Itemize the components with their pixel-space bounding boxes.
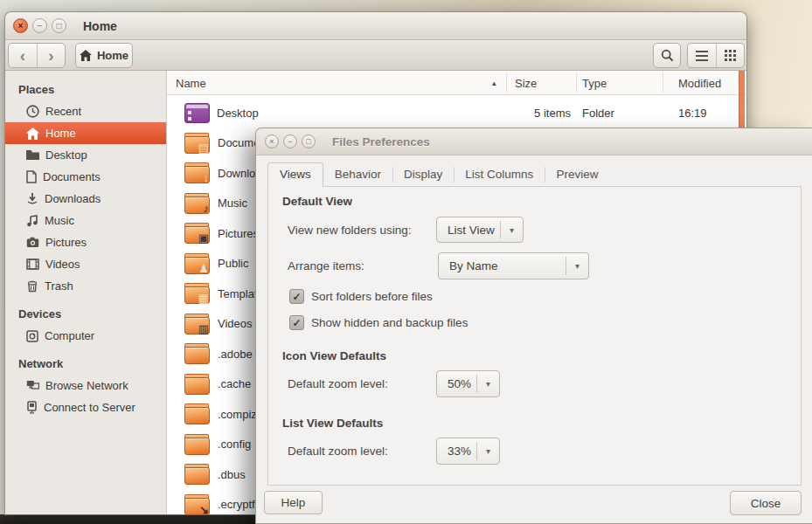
sort-folders-checkbox-row[interactable]: ✓ Sort folders before files bbox=[289, 289, 433, 304]
sidebar-item-label: Home bbox=[45, 127, 76, 140]
sidebar-item-computer[interactable]: Computer bbox=[5, 325, 166, 347]
sidebar-item-recent[interactable]: Recent bbox=[5, 100, 166, 122]
sidebar-section-network: Network bbox=[5, 352, 166, 375]
sidebar-item-trash[interactable]: Trash bbox=[5, 275, 166, 297]
file-row-desktop[interactable]: Desktop 5 items Folder 16:19 bbox=[167, 98, 746, 128]
file-type: Folder bbox=[582, 107, 614, 120]
titlebar[interactable]: × − □ Home bbox=[5, 12, 746, 40]
back-icon: ‹ bbox=[20, 46, 25, 66]
sidebar-item-music[interactable]: Music bbox=[5, 210, 166, 231]
sidebar-item-videos[interactable]: Videos bbox=[5, 253, 166, 275]
shortcut-folder-icon bbox=[184, 494, 211, 514]
view-new-folders-dropdown[interactable]: List View ▾ bbox=[436, 217, 524, 243]
grid-view-button[interactable] bbox=[716, 44, 744, 67]
section-icon-view-defaults: Icon View Defaults bbox=[282, 349, 386, 362]
tab-list-columns[interactable]: List Columns bbox=[454, 163, 545, 186]
close-icon[interactable]: × bbox=[265, 134, 279, 148]
sidebar-item-label: Documents bbox=[43, 170, 101, 183]
dropdown-value: 50% bbox=[437, 377, 476, 390]
home-icon bbox=[80, 50, 92, 61]
location-label: Home bbox=[97, 49, 128, 62]
file-name: .compiz bbox=[218, 408, 257, 421]
documents-folder-icon bbox=[184, 133, 211, 154]
help-button[interactable]: Help bbox=[264, 491, 323, 514]
folder-icon bbox=[184, 434, 211, 455]
chevron-down-icon: ▾ bbox=[501, 225, 523, 235]
download-icon bbox=[26, 192, 38, 205]
sidebar-item-home[interactable]: Home bbox=[5, 122, 166, 144]
sidebar-section-devices: Devices bbox=[5, 302, 166, 325]
trash-icon bbox=[26, 279, 38, 293]
icon-zoom-dropdown[interactable]: 50% ▾ bbox=[436, 370, 500, 397]
sidebar-item-label: Connect to Server bbox=[44, 401, 135, 414]
sidebar-item-label: Pictures bbox=[45, 236, 87, 249]
dialog-title: Files Preferences bbox=[332, 135, 430, 148]
music-folder-icon bbox=[184, 193, 211, 214]
column-header-name[interactable]: Name bbox=[176, 71, 206, 95]
sidebar-item-connect-to-server[interactable]: Connect to Server bbox=[5, 396, 166, 418]
sidebar-item-label: Videos bbox=[45, 258, 80, 271]
forward-icon: › bbox=[48, 46, 53, 66]
maximize-icon[interactable]: □ bbox=[302, 134, 316, 148]
list-view-button[interactable] bbox=[688, 44, 716, 67]
sidebar-item-label: Downloads bbox=[45, 192, 101, 205]
network-icon bbox=[26, 380, 39, 392]
chevron-down-icon: ▾ bbox=[566, 261, 588, 271]
arrange-items-label: Arrange items: bbox=[288, 259, 364, 272]
show-hidden-label: Show hidden and backup files bbox=[311, 316, 468, 329]
grid-view-icon bbox=[725, 50, 736, 61]
minimize-icon[interactable]: − bbox=[283, 134, 297, 148]
sidebar-item-documents[interactable]: Documents bbox=[5, 166, 166, 188]
column-divider[interactable] bbox=[576, 72, 577, 93]
file-modified: 16:19 bbox=[678, 107, 707, 120]
maximize-icon[interactable]: □ bbox=[52, 18, 66, 33]
icon-zoom-label: Default zoom level: bbox=[288, 377, 388, 390]
toolbar: ‹ › Home bbox=[5, 40, 746, 71]
sidebar-item-desktop[interactable]: Desktop bbox=[5, 144, 166, 166]
location-home-button[interactable]: Home bbox=[75, 43, 133, 68]
column-header-size[interactable]: Size bbox=[515, 71, 537, 95]
checkbox-checked-icon[interactable]: ✓ bbox=[289, 315, 304, 330]
tab-display[interactable]: Display bbox=[392, 163, 454, 186]
show-hidden-checkbox-row[interactable]: ✓ Show hidden and backup files bbox=[289, 315, 468, 330]
tab-behavior[interactable]: Behavior bbox=[323, 163, 392, 186]
sidebar-item-pictures[interactable]: Pictures bbox=[5, 231, 166, 253]
sidebar-item-label: Browse Network bbox=[45, 379, 128, 392]
minimize-icon[interactable]: − bbox=[32, 18, 47, 33]
home-icon bbox=[26, 128, 39, 140]
folder-icon bbox=[26, 149, 39, 161]
column-divider[interactable] bbox=[506, 72, 507, 93]
history-buttons: ‹ › bbox=[8, 43, 66, 68]
column-header-modified[interactable]: Modified bbox=[678, 71, 721, 95]
checkbox-checked-icon[interactable]: ✓ bbox=[289, 289, 304, 304]
file-name: Desktop bbox=[217, 107, 259, 120]
arrange-items-dropdown[interactable]: By Name ▾ bbox=[438, 252, 589, 279]
tab-views[interactable]: Views bbox=[267, 162, 323, 187]
sidebar-item-label: Desktop bbox=[45, 148, 87, 162]
disk-icon bbox=[26, 330, 38, 342]
sidebar-item-browse-network[interactable]: Browse Network bbox=[5, 375, 166, 396]
chevron-down-icon: ▾ bbox=[477, 446, 499, 456]
close-button[interactable]: Close bbox=[730, 491, 802, 515]
desktop-folder-icon bbox=[184, 103, 210, 123]
public-folder-icon bbox=[184, 253, 211, 274]
dropdown-value: List View bbox=[437, 224, 500, 237]
preferences-tabbar: Views Behavior Display List Columns Prev… bbox=[267, 162, 609, 186]
sidebar-item-label: Music bbox=[45, 214, 74, 227]
back-button[interactable]: ‹ bbox=[9, 44, 37, 67]
list-zoom-label: Default zoom level: bbox=[288, 445, 388, 458]
file-name: Music bbox=[218, 196, 247, 210]
places-sidebar: Places Recent Home Desktop Documents Dow… bbox=[5, 71, 167, 514]
sidebar-item-downloads[interactable]: Downloads bbox=[5, 188, 166, 210]
list-zoom-dropdown[interactable]: 33% ▾ bbox=[436, 438, 500, 465]
close-icon[interactable]: × bbox=[13, 18, 28, 33]
column-header-type[interactable]: Type bbox=[582, 71, 607, 95]
forward-button[interactable]: › bbox=[37, 44, 65, 67]
pictures-folder-icon bbox=[184, 223, 211, 244]
dialog-titlebar[interactable]: × − □ Files Preferences bbox=[256, 128, 812, 155]
sort-ascending-icon: ▴ bbox=[492, 71, 496, 95]
file-name: .adobe bbox=[218, 348, 253, 361]
search-button[interactable] bbox=[653, 43, 681, 68]
tab-preview[interactable]: Preview bbox=[545, 163, 609, 186]
column-divider[interactable] bbox=[663, 72, 663, 93]
